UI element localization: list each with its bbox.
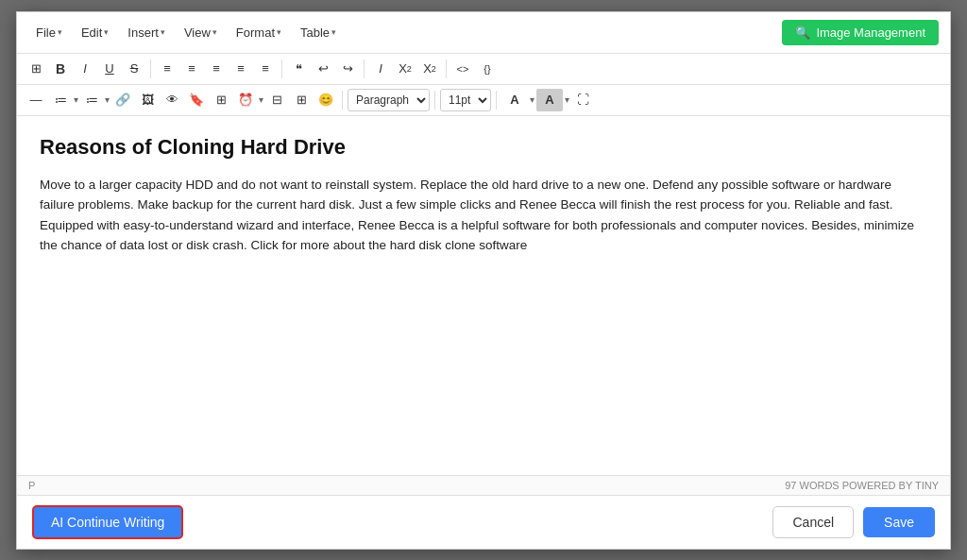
toolbar-row-1: ⊞ B I U S ≡ ≡ ≡ ≡ ≡ ❝ ↩ ↪ I X2 X2 <> {} xyxy=(17,54,950,85)
save-button[interactable]: Save xyxy=(863,507,935,537)
hr-button[interactable]: — xyxy=(25,89,47,111)
italic-button[interactable]: I xyxy=(74,58,96,80)
bg-color-dropdown[interactable]: ▾ xyxy=(565,94,569,105)
menu-table[interactable]: Table ▾ xyxy=(293,22,344,43)
view-chevron: ▾ xyxy=(212,27,217,37)
preview-button[interactable]: 👁 xyxy=(161,89,183,111)
redo-button[interactable]: ↪ xyxy=(336,58,359,80)
separator-7 xyxy=(496,91,497,110)
image-management-button[interactable]: 🔍 Image Management xyxy=(782,20,939,45)
list-unordered-button[interactable]: ≔ xyxy=(49,89,72,111)
italic2-button[interactable]: I xyxy=(369,58,392,80)
toolbar-row-2: — ≔ ▾ ≔ ▾ 🔗 🖼 👁 🔖 ⊞ ⏰ ▾ ⊟ ⊞ 😊 Paragraph … xyxy=(17,85,950,116)
editor-body[interactable]: Move to a larger capacity HDD and do not… xyxy=(40,175,927,256)
table-insert-button[interactable]: ⊞ xyxy=(290,89,313,111)
separator-5 xyxy=(342,91,343,110)
align-center-button[interactable]: ≡ xyxy=(180,58,203,80)
word-count: 97 WORDS POWERED BY TINY xyxy=(785,480,939,491)
search-icon: 🔍 xyxy=(795,25,810,40)
font-color-button[interactable]: A xyxy=(501,89,528,111)
justify-button[interactable]: ≡ xyxy=(229,58,252,80)
blockquote-button[interactable]: ❝ xyxy=(287,58,310,80)
link-button[interactable]: 🔗 xyxy=(111,89,134,111)
table-grid-button[interactable]: ⊟ xyxy=(265,89,288,111)
table-chevron: ▾ xyxy=(331,27,336,37)
tag-indicator: P xyxy=(28,480,35,491)
undo-button[interactable]: ↩ xyxy=(312,58,334,80)
subscript-button[interactable]: X2 xyxy=(394,58,416,80)
separator-6 xyxy=(434,91,435,110)
status-bar: P 97 WORDS POWERED BY TINY xyxy=(17,475,950,495)
clock-button[interactable]: ⏰ xyxy=(234,89,257,111)
source-code-button[interactable]: ⊞ xyxy=(25,58,47,80)
cancel-button[interactable]: Cancel xyxy=(772,506,854,538)
editor-title: Reasons of Cloning Hard Drive xyxy=(40,135,927,160)
emoji-button[interactable]: 😊 xyxy=(314,89,337,111)
action-bar: AI Continue Writing Cancel Save xyxy=(17,495,950,549)
bg-color-button[interactable]: A xyxy=(536,89,563,111)
indent-button[interactable]: ≡ xyxy=(254,58,277,80)
edit-chevron: ▾ xyxy=(104,27,109,37)
insert-chevron: ▾ xyxy=(161,27,165,37)
underline-button[interactable]: U xyxy=(98,58,121,80)
clock-dropdown[interactable]: ▾ xyxy=(259,94,263,105)
align-right-button[interactable]: ≡ xyxy=(205,58,228,80)
list-ordered-button[interactable]: ≔ xyxy=(80,89,103,111)
hr2-button[interactable]: ⊞ xyxy=(210,89,232,111)
fullscreen-button[interactable]: ⛶ xyxy=(571,89,594,111)
menu-file[interactable]: File ▾ xyxy=(28,22,70,43)
curly-code-button[interactable]: {} xyxy=(476,58,499,80)
font-size-select[interactable]: 11pt xyxy=(440,89,491,111)
separator-4 xyxy=(446,59,447,78)
code-button[interactable]: <> xyxy=(451,58,474,80)
separator-2 xyxy=(281,59,282,78)
editor-modal: File ▾ Edit ▾ Insert ▾ View ▾ Format ▾ T… xyxy=(16,11,951,550)
separator-1 xyxy=(150,59,151,78)
list-ol-dropdown[interactable]: ▾ xyxy=(105,94,110,105)
anchor-button[interactable]: 🔖 xyxy=(185,89,208,111)
list-ul-dropdown[interactable]: ▾ xyxy=(74,94,78,105)
menu-bar: File ▾ Edit ▾ Insert ▾ View ▾ Format ▾ T… xyxy=(17,12,950,54)
strikethrough-button[interactable]: S xyxy=(123,58,145,80)
paragraph-select[interactable]: Paragraph xyxy=(348,89,430,111)
superscript-button[interactable]: X2 xyxy=(418,58,441,80)
separator-3 xyxy=(364,59,365,78)
menu-edit[interactable]: Edit ▾ xyxy=(74,22,116,43)
ai-continue-writing-button[interactable]: AI Continue Writing xyxy=(32,505,183,539)
image-button[interactable]: 🖼 xyxy=(136,89,159,111)
font-color-dropdown[interactable]: ▾ xyxy=(530,94,534,105)
align-left-button[interactable]: ≡ xyxy=(156,58,178,80)
bold-button[interactable]: B xyxy=(49,58,72,80)
menu-insert[interactable]: Insert ▾ xyxy=(120,22,173,43)
format-chevron: ▾ xyxy=(277,27,281,37)
file-chevron: ▾ xyxy=(58,27,62,37)
menu-format[interactable]: Format ▾ xyxy=(229,22,289,43)
menu-view[interactable]: View ▾ xyxy=(177,22,225,43)
editor-content-area[interactable]: Reasons of Cloning Hard Drive Move to a … xyxy=(17,116,950,475)
